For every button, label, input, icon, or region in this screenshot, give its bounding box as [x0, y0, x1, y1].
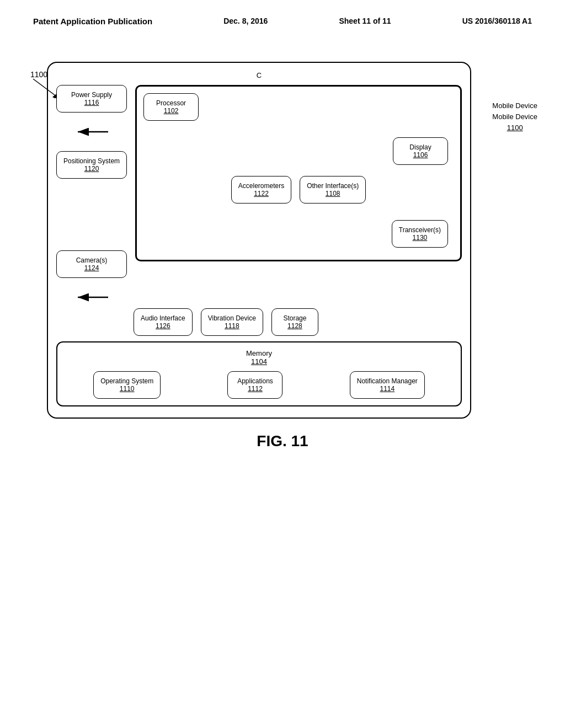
figure-label: FIG. 11	[0, 432, 565, 450]
transceiver-row: Transceiver(s) 1130	[143, 220, 448, 248]
left-arrow-1	[56, 126, 127, 137]
processor-box: Processor 1102	[143, 93, 199, 121]
arrow-left-icon-2	[75, 291, 108, 304]
arrow-left-icon-1	[75, 125, 108, 139]
storage-box: Storage 1128	[271, 308, 318, 336]
left-column: Power Supply 1116 Positioning System 112…	[56, 85, 127, 303]
display-box: Display 1106	[393, 137, 448, 165]
audio-interface-box: Audio Interface 1126	[134, 308, 193, 336]
cameras-box: Camera(s) 1124	[56, 250, 127, 278]
page-header: Patent Application Publication Dec. 8, 2…	[0, 0, 565, 31]
header-sheet: Sheet 11 of 11	[339, 17, 391, 26]
notification-manager-box: Notification Manager 1114	[350, 371, 425, 399]
diagram-area: 1100 Mobile Device 1100 C Power Supply 1…	[28, 62, 537, 419]
power-supply-box: Power Supply 1116	[56, 85, 127, 113]
header-date: Dec. 8, 2016	[223, 17, 268, 26]
memory-box: Memory 1104 Operating System 1110 Applic…	[56, 341, 462, 406]
processor-inner-box: Processor 1102 Display 1106 Acceleromete…	[135, 85, 462, 261]
memory-items-row: Operating System 1110 Applications 1112 …	[64, 371, 454, 399]
processor-row: Processor 1102	[143, 93, 454, 121]
applications-box: Applications 1112	[227, 371, 282, 399]
other-interfaces-box: Other Interface(s) 1108	[300, 176, 366, 204]
display-row: Display 1106	[143, 137, 448, 165]
bottom-hw-row: Audio Interface 1126 Vibration Device 11…	[134, 308, 462, 336]
accelerometers-box: Accelerometers 1122	[231, 176, 291, 204]
transceivers-box: Transceiver(s) 1130	[392, 220, 448, 248]
header-publication: Patent Application Publication	[33, 17, 152, 26]
operating-system-box: Operating System 1110	[93, 371, 161, 399]
mobile-device-box: C Power Supply 1116 Po	[47, 62, 471, 419]
header-patent: US 2016/360118 A1	[462, 17, 532, 26]
top-section: Power Supply 1116 Positioning System 112…	[56, 85, 462, 303]
spacer-1	[56, 192, 127, 237]
positioning-system-box: Positioning System 1120	[56, 151, 127, 179]
left-arrow-2	[56, 292, 127, 303]
vibration-device-box: Vibration Device 1118	[201, 308, 263, 336]
mobile-device-side-label: Mobile Device 1100	[492, 111, 537, 133]
acc-other-row: Accelerometers 1122 Other Interface(s) 1…	[143, 176, 454, 204]
memory-title: Memory 1104	[64, 349, 454, 366]
c-label: C	[56, 71, 462, 79]
